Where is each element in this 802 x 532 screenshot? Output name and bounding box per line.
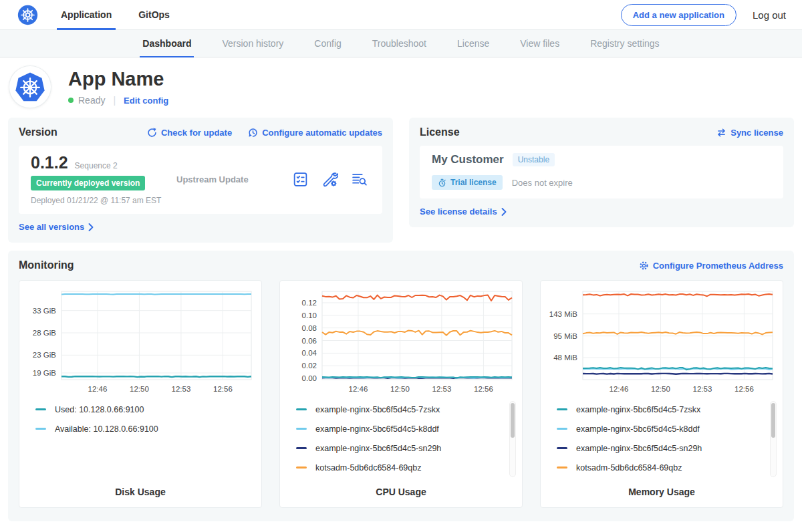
legend-color-dash (35, 408, 46, 410)
legend-label: example-nginx-5bc6f5d4c5-sn29h (576, 444, 702, 453)
topnav-tab[interactable]: GitOps (138, 0, 170, 29)
disk-usage-chart: 19 GiB23 GiB28 GiB33 GiB12:4612:5012:531… (24, 285, 257, 396)
legend-color-dash (35, 428, 46, 430)
topnav-tabs: Application GitOps (61, 0, 196, 29)
preflight-checks-icon[interactable] (292, 171, 309, 188)
legend-color-dash (557, 428, 567, 430)
cpu-usage-legend: example-nginx-5bc6f5d4c5-7zskx example-n… (280, 396, 522, 477)
svg-text:12:53: 12:53 (432, 385, 452, 393)
check-for-update-link[interactable]: Check for update (147, 128, 232, 138)
legend-item[interactable]: example-nginx-5bc6f5d4c5-k8ddf (296, 419, 505, 438)
svg-text:48 MiB: 48 MiB (553, 354, 577, 362)
svg-text:0.08: 0.08 (302, 324, 317, 332)
subnav-tab[interactable]: View files (520, 30, 559, 57)
deployed-timestamp: Deployed 01/21/22 @ 11:57 am EST (31, 196, 172, 205)
see-license-details-link[interactable]: See license details (420, 207, 507, 217)
legend-scrollbar[interactable] (509, 401, 516, 477)
sync-license-link[interactable]: Sync license (716, 128, 783, 138)
svg-text:0.06: 0.06 (302, 337, 317, 345)
legend-scrollbar[interactable] (770, 401, 777, 477)
chevron-right-icon (88, 223, 94, 231)
memory-usage-panel: 48 MiB95 MiB143 MiB12:4612:5012:5312:56 … (540, 280, 783, 508)
config-wrench-icon[interactable] (321, 171, 338, 188)
monitoring-title: Monitoring (19, 259, 74, 271)
legend-label: example-nginx-5bc6f5d4c5-7zskx (315, 405, 440, 414)
svg-text:12:56: 12:56 (734, 385, 754, 393)
app-logo-icon (9, 66, 51, 108)
disk-usage-panel: 19 GiB23 GiB28 GiB33 GiB12:4612:5012:531… (19, 280, 262, 508)
legend-label: example-nginx-5bc6f5d4c5-k8ddf (315, 424, 439, 434)
version-card-title: Version (19, 126, 57, 138)
logout-button[interactable]: Log out (753, 9, 786, 21)
configure-prometheus-link[interactable]: Configure Prometheus Address (639, 261, 783, 271)
cpu-usage-title: CPU Usage (376, 487, 426, 497)
sequence-label: Sequence 2 (75, 161, 118, 170)
legend-label: Available: 10.128.0.66:9100 (55, 424, 158, 434)
legend-item[interactable]: Used: 10.128.0.66:9100 (35, 400, 244, 419)
license-type-badge: Trial license (432, 175, 503, 190)
subnav-tab[interactable]: Registry settings (590, 30, 659, 57)
legend-color-dash (296, 408, 307, 410)
subnav-tab[interactable]: Version history (222, 30, 283, 57)
legend-label: example-nginx-5bc6f5d4c5-7zskx (576, 405, 700, 414)
legend-item[interactable]: example-nginx-5bc6f5d4c5-7zskx (296, 400, 505, 419)
version-number: 0.1.2 (31, 153, 68, 172)
status-divider: | (113, 95, 116, 106)
scrollbar-thumb[interactable] (511, 403, 515, 438)
subnav-tab[interactable]: Config (314, 30, 341, 57)
refresh-icon (147, 128, 157, 138)
disk-usage-legend: Used: 10.128.0.66:9100 Available: 10.128… (19, 396, 261, 438)
legend-item[interactable]: example-nginx-5bc6f5d4c5-k8ddf (557, 419, 765, 438)
svg-text:12:53: 12:53 (693, 385, 712, 393)
subnav-tabs: Dashboard Version history Config Trouble… (142, 30, 659, 57)
legend-item[interactable]: kotsadm-5db6dc6584-69qbz (296, 458, 505, 477)
deployed-version-badge: Currently deployed version (31, 176, 145, 190)
subnav-tab[interactable]: Dashboard (142, 30, 191, 57)
svg-text:19 GiB: 19 GiB (33, 369, 56, 377)
legend-item[interactable]: Available: 10.128.0.66:9100 (35, 419, 244, 438)
topnav-tab[interactable]: Application (61, 0, 112, 29)
svg-text:12:50: 12:50 (130, 385, 149, 393)
svg-text:0.00: 0.00 (302, 374, 317, 382)
svg-text:12:46: 12:46 (610, 385, 629, 393)
legend-item[interactable]: example-nginx-5bc6f5d4c5-7zskx (557, 400, 765, 419)
see-all-versions-link[interactable]: See all versions (19, 222, 94, 232)
legend-label: Used: 10.128.0.66:9100 (55, 405, 144, 414)
svg-text:12:46: 12:46 (88, 385, 108, 393)
edit-config-link[interactable]: Edit config (124, 96, 168, 106)
legend-item[interactable]: example-nginx-5bc6f5d4c5-sn29h (557, 438, 765, 458)
svg-text:95 MiB: 95 MiB (553, 332, 577, 340)
svg-text:0.10: 0.10 (302, 311, 317, 319)
subnav-tab-label: View files (520, 38, 559, 49)
subnav-tab[interactable]: License (457, 30, 489, 57)
memory-usage-legend: example-nginx-5bc6f5d4c5-7zskx example-n… (541, 396, 783, 477)
add-application-button[interactable]: Add a new application (621, 4, 737, 26)
memory-usage-chart: 48 MiB95 MiB143 MiB12:4612:5012:5312:56 (545, 285, 778, 396)
memory-usage-title: Memory Usage (628, 487, 695, 497)
version-card: Version Check for update Configure autom… (8, 118, 393, 243)
scrollbar-thumb[interactable] (771, 403, 775, 438)
gear-icon (639, 261, 649, 271)
license-card: License Sync license My Customer Unstabl… (409, 118, 794, 227)
legend-item[interactable]: kotsadm-5db6dc6584-69qbz (557, 458, 765, 477)
subnav-tab-label: Config (314, 38, 341, 49)
svg-text:33 GiB: 33 GiB (33, 307, 56, 315)
legend-color-dash (557, 447, 567, 449)
license-card-title: License (420, 126, 460, 138)
svg-text:12:53: 12:53 (172, 385, 191, 393)
configure-automatic-updates-link[interactable]: Configure automatic updates (248, 128, 382, 138)
customer-name: My Customer (432, 153, 504, 166)
svg-text:12:50: 12:50 (390, 385, 410, 393)
cpu-usage-panel: 0.000.020.040.060.080.100.1212:4612:5012… (279, 280, 523, 508)
kubernetes-logo-icon (17, 5, 38, 25)
subnav-tab-label: Dashboard (142, 38, 191, 49)
subnav-tab-label: Registry settings (590, 38, 659, 49)
ready-status-label: Ready (78, 95, 105, 106)
app-sub-nav: Dashboard Version history Config Trouble… (0, 30, 802, 57)
view-diff-icon[interactable] (351, 171, 368, 188)
subnav-tab-label: Troubleshoot (372, 38, 426, 49)
subnav-tab-label: Version history (222, 38, 283, 49)
subnav-tab[interactable]: Troubleshoot (372, 30, 426, 57)
schedule-update-icon (248, 128, 258, 138)
legend-item[interactable]: example-nginx-5bc6f5d4c5-sn29h (296, 438, 505, 458)
